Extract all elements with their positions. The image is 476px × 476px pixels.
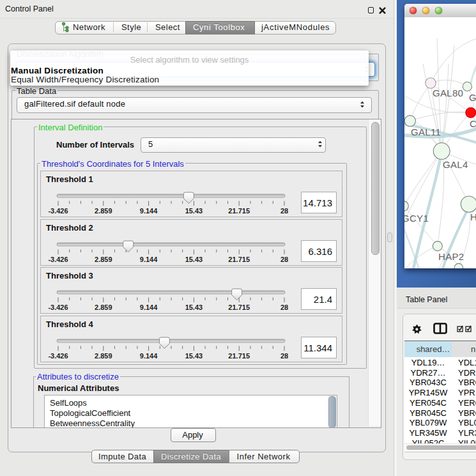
svg-text:-3.426: -3.426 [48,207,68,215]
svg-text:9.144: 9.144 [140,207,158,215]
svg-text:GAL80: GAL80 [433,88,463,98]
svg-text:9.144: 9.144 [140,256,158,263]
svg-text:28: 28 [280,303,288,311]
svg-text:GA: GA [469,92,476,103]
svg-text:21.715: 21.715 [228,207,250,215]
svg-text:2.859: 2.859 [95,207,112,215]
svg-text:GAL4: GAL4 [443,159,468,170]
svg-text:21.715: 21.715 [228,303,250,311]
svg-text:-3.426: -3.426 [48,256,68,263]
svg-text:HI: HI [470,211,476,222]
svg-text:21.715: 21.715 [228,256,250,263]
svg-text:28: 28 [280,207,288,215]
svg-text:15.43: 15.43 [185,352,203,360]
svg-text:GCY1: GCY1 [404,213,429,224]
svg-text:9.144: 9.144 [140,303,158,311]
svg-text:28: 28 [280,256,288,263]
svg-text:GAL11: GAL11 [411,127,441,137]
svg-text:15.43: 15.43 [185,207,203,215]
svg-text:21.715: 21.715 [228,352,250,360]
svg-text:15.43: 15.43 [185,256,203,263]
svg-text:2.859: 2.859 [95,303,112,311]
svg-text:-3.426: -3.426 [48,303,68,311]
svg-text:28: 28 [280,352,288,360]
svg-text:2.859: 2.859 [95,256,112,263]
svg-text:HAP2: HAP2 [438,251,464,262]
svg-text:9.144: 9.144 [140,352,158,360]
svg-text:C: C [470,118,476,129]
svg-text:-3.426: -3.426 [48,352,68,360]
svg-text:15.43: 15.43 [185,303,203,311]
svg-text:2.859: 2.859 [95,352,112,360]
